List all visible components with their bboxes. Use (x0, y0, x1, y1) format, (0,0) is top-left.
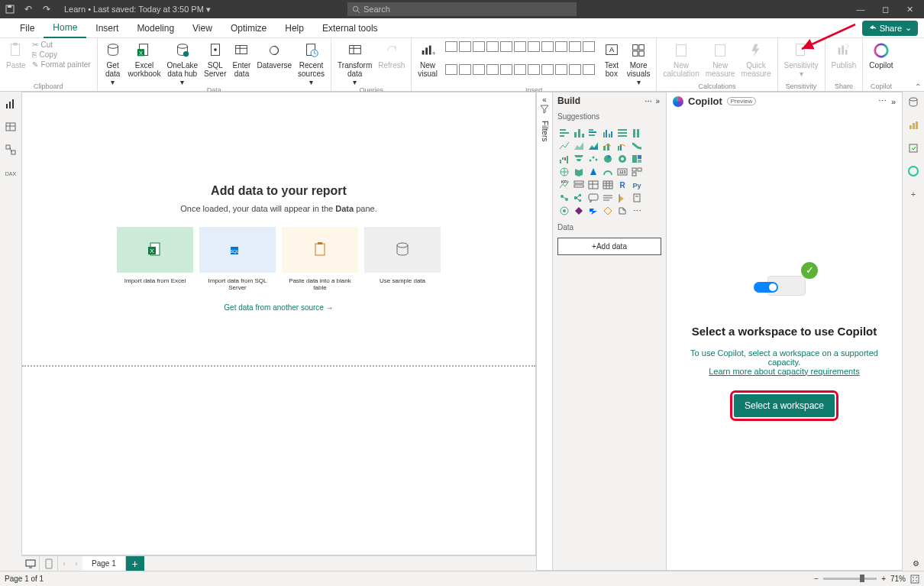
dax-view-icon[interactable]: DAX (3, 165, 18, 180)
copilot-collapse-icon[interactable]: » (891, 97, 896, 106)
viz-powerapps-icon[interactable] (572, 205, 586, 217)
share-button[interactable]: Share ⌄ (862, 21, 918, 36)
import-excel-card[interactable]: X (117, 227, 193, 273)
import-sql-card[interactable]: SQL (199, 227, 276, 273)
expand-filters-icon[interactable]: « (542, 96, 547, 104)
search-box[interactable]: Search (347, 2, 577, 16)
tab-insert[interactable]: Insert (86, 18, 128, 38)
viz-stacked-bar-icon[interactable] (557, 127, 571, 139)
save-icon[interactable] (3, 2, 17, 16)
tab-help[interactable]: Help (276, 18, 313, 38)
next-page-button[interactable]: › (70, 556, 82, 571)
viz-get-more-icon[interactable] (615, 205, 629, 217)
select-workspace-button[interactable]: Select a workspace (734, 394, 835, 417)
more-visuals-button[interactable]: More visuals ▾ (625, 40, 652, 86)
viz-paginated-icon[interactable] (630, 192, 644, 204)
viz-narrative-icon[interactable] (601, 192, 615, 204)
enter-data-button[interactable]: Enter data (231, 40, 252, 86)
viz-waterfall-icon[interactable] (557, 153, 571, 165)
viz-stacked-area-icon[interactable] (586, 140, 600, 152)
zoom-slider[interactable] (823, 578, 877, 580)
minimize-button[interactable]: — (849, 1, 872, 18)
viz-line-column-icon[interactable] (601, 140, 615, 152)
viz-python-icon[interactable]: Py (630, 179, 644, 191)
settings-icon[interactable]: ⚙ (913, 559, 919, 568)
viz-clustered-column-icon[interactable] (601, 127, 615, 139)
viz-table-icon[interactable] (586, 179, 600, 191)
page-tab-1[interactable]: Page 1 (82, 556, 126, 571)
tab-modeling[interactable]: Modeling (128, 18, 183, 38)
viz-map-icon[interactable] (557, 166, 571, 178)
get-data-button[interactable]: Get data ▾ (102, 40, 124, 86)
visual-gallery[interactable] (442, 40, 598, 86)
desktop-layout-button[interactable] (21, 556, 40, 571)
sql-server-button[interactable]: SQL Server (202, 40, 228, 86)
model-view-icon[interactable] (3, 142, 18, 157)
viz-matrix-icon[interactable] (601, 179, 615, 191)
viz-column-icon[interactable] (572, 127, 586, 139)
viz-100-column-icon[interactable] (630, 127, 644, 139)
copilot-more-icon[interactable]: ⋯ (878, 96, 887, 106)
undo-icon[interactable]: ↶ (21, 2, 35, 16)
tab-external-tools[interactable]: External tools (313, 18, 387, 38)
report-canvas[interactable]: Add data to your report Once loaded, you… (21, 92, 536, 555)
filters-pane-collapsed[interactable]: « Filters (536, 92, 553, 571)
viz-ribbon-icon[interactable] (630, 140, 644, 152)
document-title[interactable]: Learn • Last saved: Today at 3:50 PM ▾ (64, 5, 211, 15)
tab-file[interactable]: File (11, 18, 44, 38)
close-button[interactable]: ✕ (898, 1, 921, 18)
sample-data-card[interactable] (364, 227, 441, 273)
dataverse-button[interactable]: Dataverse (255, 40, 293, 86)
fit-page-button[interactable] (910, 575, 919, 584)
data-pane-icon[interactable] (906, 95, 921, 110)
viz-slicer-icon[interactable] (572, 179, 586, 191)
add-pane-icon[interactable]: + (906, 186, 921, 202)
onelake-button[interactable]: OneLake data hub ▾ (165, 40, 199, 86)
viz-decomposition-icon[interactable] (572, 192, 586, 204)
tab-home[interactable]: Home (44, 18, 86, 38)
viz-line-icon[interactable] (557, 140, 571, 152)
collapse-ribbon-button[interactable]: ⌃ (915, 83, 921, 91)
excel-workbook-button[interactable]: XExcel workbook (127, 40, 163, 86)
mobile-layout-button[interactable] (40, 556, 58, 571)
viz-more-icon[interactable]: ⋯ (630, 205, 644, 217)
viz-azure-map-icon[interactable] (586, 166, 600, 178)
table-view-icon[interactable] (3, 119, 18, 134)
copilot-button[interactable]: Copilot (867, 40, 894, 83)
viz-r-icon[interactable]: R (615, 179, 629, 191)
selection-pane-icon[interactable] (906, 141, 921, 156)
add-data-button[interactable]: +Add data (557, 238, 661, 255)
prev-page-button[interactable]: ‹ (58, 556, 70, 571)
copilot-rail-icon[interactable] (906, 163, 921, 179)
viz-goals-icon[interactable] (615, 192, 629, 204)
zoom-in-button[interactable]: + (881, 575, 886, 583)
viz-donut-icon[interactable] (615, 153, 629, 165)
viz-funnel-icon[interactable] (572, 153, 586, 165)
viz-card-icon[interactable]: 123 (615, 166, 629, 178)
viz-line-clustered-icon[interactable] (615, 140, 629, 152)
viz-100-bar-icon[interactable] (615, 127, 629, 139)
tab-optimize[interactable]: Optimize (221, 18, 276, 38)
viz-treemap-icon[interactable] (630, 153, 644, 165)
viz-qa-icon[interactable] (586, 192, 600, 204)
viz-automate-icon[interactable] (586, 205, 600, 217)
report-view-icon[interactable] (3, 96, 18, 112)
text-box-button[interactable]: AText box (601, 40, 622, 86)
build-more-icon[interactable]: ⋯ (643, 97, 654, 105)
viz-arcgis-icon[interactable] (557, 205, 571, 217)
copilot-learn-link[interactable]: Learn more about capacity requirements (709, 367, 860, 376)
new-visual-button[interactable]: +New visual (416, 40, 439, 86)
tab-view[interactable]: View (183, 18, 221, 38)
viz-gauge-icon[interactable] (601, 166, 615, 178)
viz-key-influencers-icon[interactable] (557, 192, 571, 204)
restore-button[interactable]: ◻ (874, 1, 897, 18)
viz-scatter-icon[interactable] (586, 153, 600, 165)
zoom-out-button[interactable]: − (814, 575, 819, 583)
viz-clustered-bar-icon[interactable] (586, 127, 600, 139)
add-page-button[interactable]: + (126, 556, 144, 571)
viz-sparkline-icon[interactable] (601, 205, 615, 217)
build-collapse-icon[interactable]: » (654, 97, 661, 105)
viz-multi-card-icon[interactable] (630, 166, 644, 178)
format-pane-icon[interactable] (906, 118, 921, 133)
viz-pie-icon[interactable] (601, 153, 615, 165)
